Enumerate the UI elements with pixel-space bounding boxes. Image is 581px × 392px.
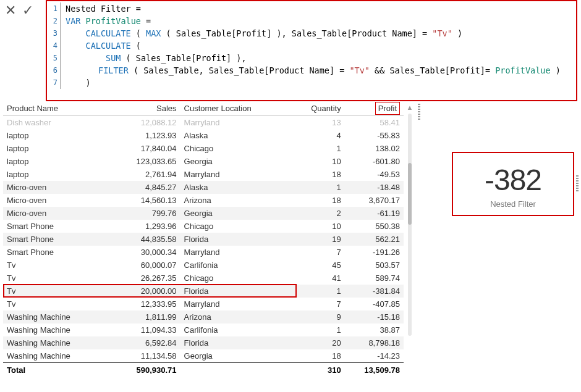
scroll-up-icon[interactable]: ▲ <box>407 104 413 111</box>
total-row: Total 590,930.71 310 13,509.78 <box>3 363 404 378</box>
formula-editor[interactable]: 1Nested Filter =2VAR ProfitValue =3 CALC… <box>46 0 577 101</box>
card-visual[interactable]: -382 Nested Filter <box>452 152 574 216</box>
table-row[interactable]: Micro-oven14,560.13Arizona183,670.17 <box>3 194 404 207</box>
table-row[interactable]: laptop123,033.65Georgia10-601.80 <box>3 155 404 168</box>
table-row[interactable]: Tv60,000.07Carlifonia45503.57 <box>3 259 404 272</box>
table-row[interactable]: Washing Machine1,811.99Arizona9-15.18 <box>3 311 404 323</box>
table-row[interactable]: Washing Machine11,094.33Carlifonia138.87 <box>3 323 404 336</box>
cancel-icon[interactable]: ✕ <box>2 4 19 17</box>
table-row[interactable]: Tv20,000.00Florida1-381.84 <box>3 285 404 298</box>
commit-icon[interactable]: ✓ <box>20 4 36 17</box>
table-row[interactable]: laptop2,761.94Marryland18-49.53 <box>3 168 404 181</box>
col-location[interactable]: Customer Location <box>180 101 290 116</box>
card-value: -382 <box>458 163 568 197</box>
card-label: Nested Filter <box>458 199 568 209</box>
table-row[interactable]: Smart Phone30,000.34Marryland7-191.26 <box>3 246 404 259</box>
table-row[interactable]: laptop17,840.04Chicago1138.02 <box>3 142 404 155</box>
table-row[interactable]: Micro-oven4,845.27Alaska1-18.48 <box>3 181 404 194</box>
vertical-scrollbar[interactable] <box>408 114 412 336</box>
data-table-visual[interactable]: Product Name Sales Customer Location Qua… <box>0 101 404 391</box>
table-row[interactable]: Smart Phone1,293.96Chicago10550.38 <box>3 220 404 233</box>
table-row[interactable]: laptop1,123.93Alaska4-55.83 <box>3 129 404 142</box>
col-quantity[interactable]: Quantity <box>290 101 345 116</box>
col-product[interactable]: Product Name <box>3 101 104 116</box>
col-profit[interactable]: Profit <box>345 101 404 116</box>
table-row[interactable]: Washing Machine6,592.84Florida208,798.18 <box>3 336 404 349</box>
table-row[interactable]: Tv26,267.35Chicago41589.74 <box>3 272 404 285</box>
resize-handle[interactable] <box>576 175 579 191</box>
col-sales[interactable]: Sales <box>104 101 180 116</box>
resize-handle[interactable] <box>416 101 422 391</box>
table-row[interactable]: Smart Phone44,835.58Florida19562.21 <box>3 233 404 246</box>
table-row[interactable]: Washing Machine11,134.58Georgia18-14.23 <box>3 349 404 363</box>
table-row[interactable]: Tv12,333.95Marryland7-407.85 <box>3 298 404 311</box>
table-row[interactable]: Micro-oven799.76Georgia2-61.19 <box>3 207 404 220</box>
table-row[interactable]: Dish washer12,088.12Marryland1358.41 <box>3 116 404 130</box>
